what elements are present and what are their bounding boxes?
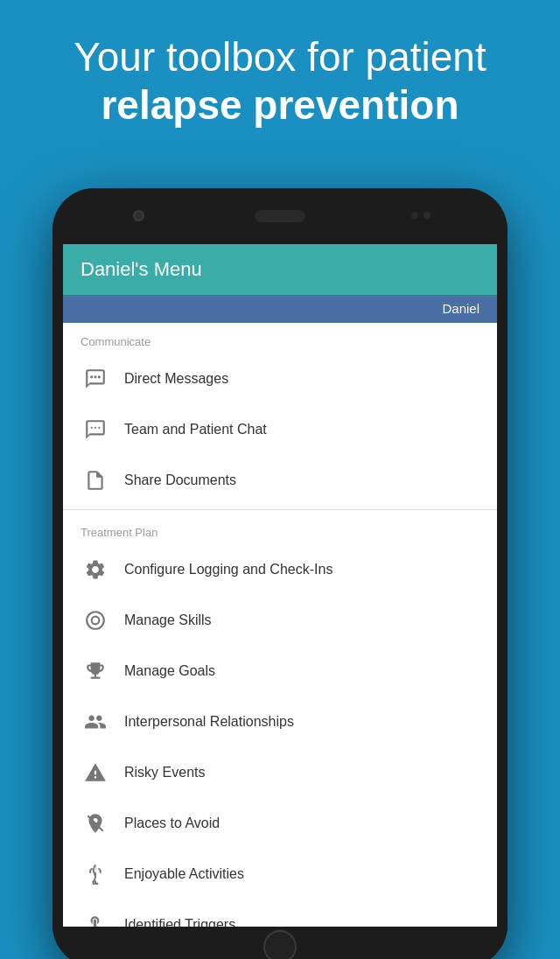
identified-triggers-label: Identified Triggers (124, 917, 235, 927)
menu-item-team-patient-chat[interactable]: Team and Patient Chat (63, 404, 497, 455)
menu-item-interpersonal[interactable]: Interpersonal Relationships (63, 696, 497, 747)
svg-point-3 (87, 612, 104, 629)
svg-point-2 (98, 375, 101, 378)
menu-item-share-documents[interactable]: Share Documents (63, 455, 497, 506)
phone-top-bar (52, 188, 508, 244)
app-header: Daniel's Menu (63, 244, 497, 295)
section-communicate: Communicate Direct Messages (63, 323, 497, 506)
hero-line2: relapse prevention (101, 82, 458, 128)
risky-events-label: Risky Events (124, 765, 205, 780)
interpersonal-icon (80, 707, 110, 737)
phone-shell: Daniel's Menu Daniel Communicate (52, 188, 508, 959)
team-patient-chat-label: Team and Patient Chat (124, 422, 267, 438)
username: Daniel (442, 301, 480, 316)
identified-triggers-icon (80, 910, 110, 927)
share-documents-icon (80, 466, 110, 495)
section-treatment-plan: Treatment Plan Configure Logging and Che… (63, 514, 497, 927)
places-to-avoid-label: Places to Avoid (124, 816, 220, 831)
risky-events-icon (80, 758, 110, 788)
sensors-area (411, 212, 430, 219)
phone-screen: Daniel's Menu Daniel Communicate (63, 244, 497, 927)
direct-messages-label: Direct Messages (124, 371, 228, 387)
section-header-communicate: Communicate (63, 323, 497, 354)
enjoyable-activities-icon (80, 859, 110, 889)
share-documents-label: Share Documents (124, 472, 236, 488)
menu-title: Daniel's Menu (80, 258, 480, 281)
svg-point-4 (92, 617, 100, 625)
menu-item-manage-goals[interactable]: Manage Goals (63, 646, 497, 696)
team-patient-chat-icon (80, 415, 110, 444)
hero-section: Your toolbox for patient relapse prevent… (0, 0, 560, 138)
speaker-grill (255, 210, 305, 222)
menu-item-risky-events[interactable]: Risky Events (63, 747, 497, 798)
phone-container: Daniel's Menu Daniel Communicate (52, 188, 508, 959)
menu-item-direct-messages[interactable]: Direct Messages (63, 354, 497, 404)
menu-item-configure-logging[interactable]: Configure Logging and Check-Ins (63, 544, 497, 595)
menu-item-manage-skills[interactable]: Manage Skills (63, 595, 497, 646)
menu-item-enjoyable-activities[interactable]: Enjoyable Activities (63, 849, 497, 900)
menu-item-identified-triggers[interactable]: Identified Triggers (63, 900, 497, 927)
manage-goals-label: Manage Goals (124, 663, 215, 679)
manage-goals-icon (80, 656, 110, 686)
home-button[interactable] (263, 930, 297, 959)
hero-line1: Your toolbox for patient (74, 34, 486, 80)
hero-title: Your toolbox for patient relapse prevent… (35, 33, 525, 130)
svg-point-0 (90, 375, 93, 378)
enjoyable-activities-label: Enjoyable Activities (124, 866, 244, 882)
phone-bottom-bar (52, 927, 508, 959)
manage-skills-icon (80, 606, 110, 635)
direct-messages-icon (80, 364, 110, 394)
menu-item-places-to-avoid[interactable]: Places to Avoid (63, 798, 497, 849)
menu-content: Communicate Direct Messages (63, 323, 497, 927)
svg-point-1 (94, 375, 96, 378)
configure-logging-label: Configure Logging and Check-Ins (124, 562, 332, 578)
configure-logging-icon (80, 555, 110, 584)
places-to-avoid-icon (80, 808, 110, 838)
section-divider (63, 509, 497, 510)
front-camera (133, 210, 144, 221)
section-header-treatment: Treatment Plan (63, 514, 497, 544)
interpersonal-label: Interpersonal Relationships (124, 714, 294, 730)
app-subheader: Daniel (63, 295, 497, 323)
manage-skills-label: Manage Skills (124, 612, 212, 628)
